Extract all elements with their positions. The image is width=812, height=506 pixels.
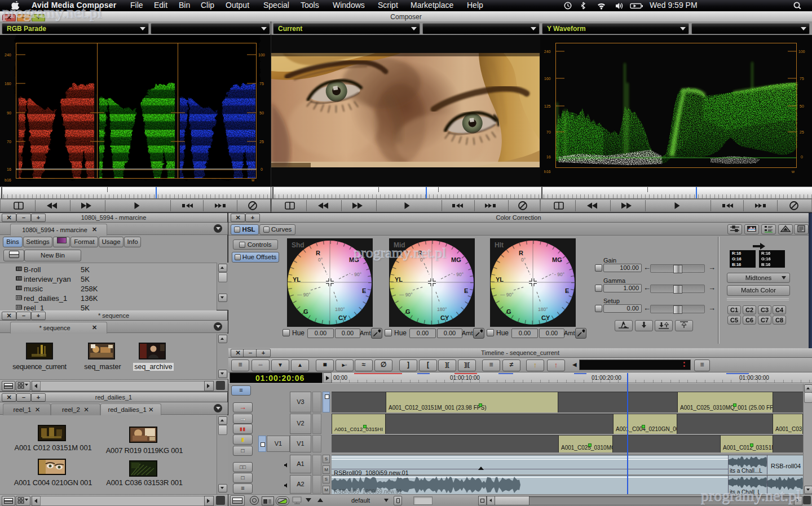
svg-text:70: 70 [546,130,551,134]
svg-text:R: R [316,250,320,256]
svg-text:0: 0 [261,167,263,171]
svg-text:0°: 0° [521,257,526,263]
svg-text:YL: YL [293,276,301,283]
svg-text:- 90°: - 90° [351,272,361,277]
svg-text:- 90°: - 90° [453,272,464,277]
svg-text:50: 50 [800,104,804,108]
svg-text:— 90°: — 90° [297,292,311,298]
svg-text:160: 160 [5,82,11,86]
svg-text:180°: 180° [335,307,345,312]
svg-text:— 90°: — 90° [399,292,413,298]
svg-text:YL: YL [496,276,504,283]
svg-text:100: 100 [258,53,265,57]
svg-text:w: w [251,178,255,182]
svg-text:16: 16 [7,167,11,171]
svg-text:0: 0 [801,155,803,159]
svg-text:0°: 0° [318,257,323,263]
svg-text:25: 25 [259,140,264,144]
svg-text:G: G [405,308,411,315]
svg-text:b16: b16 [5,178,11,182]
svg-text:75: 75 [800,77,804,81]
svg-text:100: 100 [798,50,805,54]
svg-text:CY: CY [541,314,550,321]
svg-text:25: 25 [800,130,804,134]
svg-text:E: E [362,287,366,294]
svg-text:50: 50 [259,111,264,115]
svg-text:MG: MG [451,256,461,263]
svg-text:16: 16 [546,155,551,159]
svg-text:240: 240 [5,53,11,57]
svg-text:CY: CY [440,314,449,321]
svg-text:70: 70 [7,140,11,144]
svg-text:E: E [565,287,569,294]
svg-text:YL: YL [395,276,403,283]
svg-text:180°: 180° [437,307,447,312]
svg-text:75: 75 [259,82,264,86]
svg-text:90: 90 [7,111,11,115]
svg-text:R: R [519,250,523,256]
svg-text:- 90°: - 90° [554,272,564,277]
svg-text:E: E [464,287,468,294]
svg-text:240: 240 [544,50,551,54]
svg-text:G: G [506,308,511,315]
svg-text:125: 125 [544,104,551,108]
svg-text:160: 160 [544,77,551,81]
svg-text:G: G [303,308,308,315]
svg-text:w: w [791,170,795,174]
svg-text:180°: 180° [538,307,548,312]
svg-text:— 90°: — 90° [500,292,514,298]
svg-text:CY: CY [338,314,347,321]
svg-text:b16: b16 [544,170,551,174]
svg-text:MG: MG [552,256,562,263]
